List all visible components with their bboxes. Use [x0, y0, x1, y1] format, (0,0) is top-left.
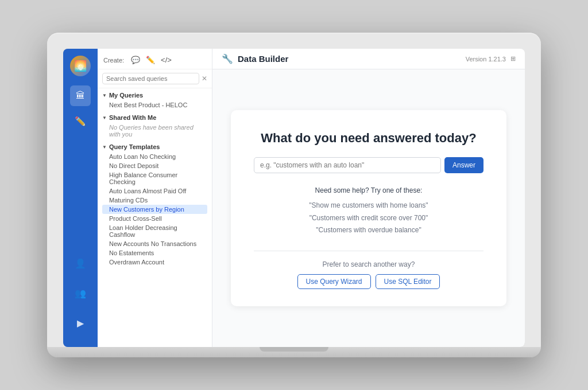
query-input-row: Answer	[254, 157, 483, 173]
list-item[interactable]: No Direct Deposit	[102, 161, 207, 170]
my-queries-section: ▼ My Queries Next Best Product - HELOC	[98, 88, 212, 111]
top-bar-left: 🔧 Data Builder	[222, 53, 288, 64]
left-panel-header: Create: 💬 ✏️ </>	[98, 49, 212, 69]
search-row: ✕	[98, 69, 212, 88]
database-icon: 🏛	[76, 91, 85, 101]
answer-button[interactable]: Answer	[444, 157, 483, 173]
query-templates-section: ▼ Query Templates Auto Loan No Checking …	[98, 140, 212, 268]
list-item-new-customers[interactable]: New Customers by Region	[102, 205, 207, 214]
my-queries-header[interactable]: ▼ My Queries	[102, 92, 207, 99]
suggestions: Need some help? Try one of these: "Show …	[254, 185, 483, 236]
laptop-outer: 🌅 🏛 ✏️ 👤 👥 ▶	[47, 33, 541, 357]
query-card: What do you need answered today? Answer …	[231, 110, 506, 306]
create-code-icon[interactable]: </>	[160, 54, 173, 65]
list-item[interactable]: No Estatements	[102, 248, 207, 258]
app-title: Data Builder	[238, 54, 288, 64]
sidebar: 🌅 🏛 ✏️ 👤 👥 ▶	[63, 49, 98, 347]
query-title: What do you need answered today?	[254, 131, 483, 146]
play-icon: ▶	[77, 318, 84, 329]
search-clear-icon[interactable]: ✕	[202, 75, 207, 83]
list-item[interactable]: Loan Holder Decreasing Cashflow	[102, 223, 207, 239]
divider	[254, 251, 483, 251]
sidebar-item-play[interactable]: ▶	[70, 313, 91, 333]
list-item[interactable]: Auto Loan No Checking	[102, 152, 207, 161]
suggestion-3: "Customers with overdue balance"	[254, 224, 483, 237]
sidebar-item-edit[interactable]: ✏️	[70, 111, 91, 131]
create-chat-icon[interactable]: 💬	[130, 54, 141, 65]
my-queries-label: My Queries	[109, 92, 143, 99]
list-item[interactable]: Maturing CDs	[102, 196, 207, 205]
list-item[interactable]: High Balance Consumer Checking	[102, 170, 207, 186]
laptop-screen: 🌅 🏛 ✏️ 👤 👥 ▶	[63, 49, 525, 347]
list-item[interactable]: Product Cross-Sell	[102, 214, 207, 223]
main-content: 🔧 Data Builder Version 1.21.3 ⊞ What do …	[212, 49, 525, 347]
alternative-label: Prefer to search another way?	[254, 260, 483, 268]
shared-with-me-label: Shared With Me	[109, 114, 156, 121]
version-label: Version 1.21.3	[466, 56, 506, 63]
app-icon: 🔧	[222, 53, 233, 64]
shared-with-me-section: ▼ Shared With Me No Queries have been sh…	[98, 111, 212, 140]
settings-icon[interactable]: ⊞	[510, 55, 516, 63]
search-input[interactable]	[102, 73, 199, 84]
query-templates-header[interactable]: ▼ Query Templates	[102, 143, 207, 150]
list-item: No Queries have been shared with you	[102, 123, 207, 139]
use-query-wizard-button[interactable]: Use Query Wizard	[297, 274, 371, 289]
alt-buttons: Use Query Wizard Use SQL Editor	[254, 274, 483, 289]
users-icon: 👥	[75, 288, 86, 299]
templates-arrow: ▼	[102, 145, 107, 150]
query-templates-label: Query Templates	[109, 143, 160, 150]
edit-icon: ✏️	[75, 116, 86, 127]
create-icons: 💬 ✏️ </>	[130, 54, 173, 65]
query-input[interactable]	[254, 157, 441, 173]
sidebar-item-user[interactable]: 👤	[70, 253, 91, 274]
sidebar-item-users[interactable]: 👥	[70, 283, 91, 303]
my-queries-arrow: ▼	[102, 93, 107, 98]
app-logo: 🌅	[70, 56, 91, 76]
list-item[interactable]: Auto Loans Almost Paid Off	[102, 186, 207, 196]
left-panel: Create: 💬 ✏️ </> ✕ ▼ My Queries Next Bes…	[98, 49, 212, 347]
list-item[interactable]: New Accounts No Transactions	[102, 239, 207, 248]
top-bar-right: Version 1.21.3 ⊞	[466, 55, 516, 63]
shared-arrow: ▼	[102, 115, 107, 120]
suggestion-2: "Customers with credit score over 700"	[254, 212, 483, 225]
laptop-base	[47, 347, 541, 357]
create-label: Create:	[103, 57, 124, 64]
list-item[interactable]: Next Best Product - HELOC	[102, 100, 207, 110]
suggestion-1: "Show me customers with home loans"	[254, 200, 483, 212]
user-icon: 👤	[75, 258, 86, 269]
suggestions-label: Need some help? Try one of these:	[254, 185, 483, 197]
create-pencil-icon[interactable]: ✏️	[145, 54, 156, 65]
top-bar: 🔧 Data Builder Version 1.21.3 ⊞	[212, 49, 525, 69]
sidebar-item-database[interactable]: 🏛	[70, 85, 91, 106]
use-sql-editor-button[interactable]: Use SQL Editor	[376, 274, 440, 289]
shared-with-me-header[interactable]: ▼ Shared With Me	[102, 114, 207, 121]
main-area: What do you need answered today? Answer …	[212, 69, 525, 347]
list-item[interactable]: Overdrawn Account	[102, 258, 207, 267]
